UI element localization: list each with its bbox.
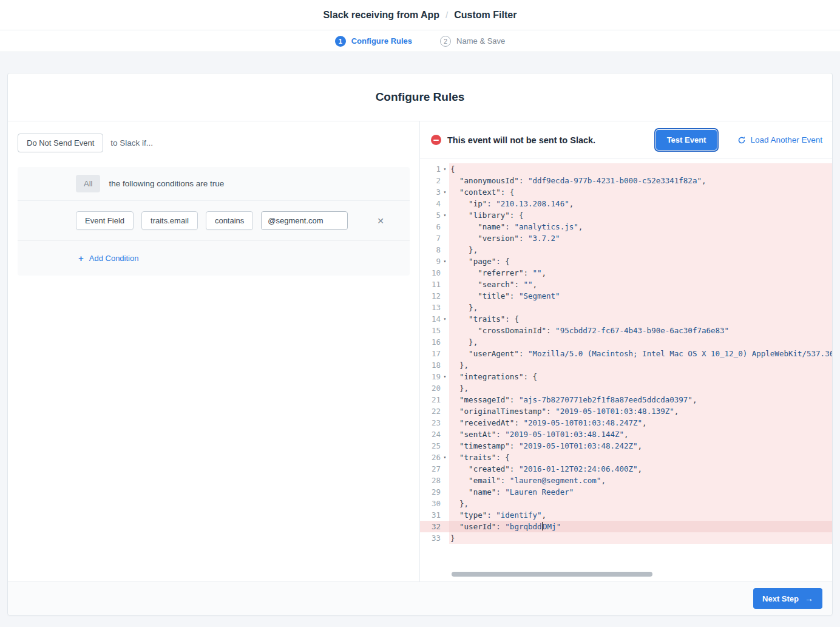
field-type-button[interactable]: Event Field (76, 211, 134, 230)
code-content: "created": "2016-01-12T02:24:06.400Z", (449, 463, 832, 475)
blocked-status-icon (431, 135, 441, 145)
add-condition-button[interactable]: + Add Condition (78, 253, 138, 263)
line-number: 2 (422, 175, 441, 186)
step-2-circle: 2 (440, 36, 451, 47)
line-number: 16 (422, 336, 441, 348)
code-line[interactable]: 5▾ "library": { (420, 209, 832, 221)
top-header: Slack receiving from App / Custom Filter (0, 0, 840, 30)
code-line[interactable]: 9▾ "page": { (420, 256, 832, 267)
code-line[interactable]: 32 "userId": "bgrqbddDMj" (420, 521, 832, 532)
line-number: 5 (422, 209, 441, 221)
test-event-button[interactable]: Test Event (656, 130, 717, 150)
code-line[interactable]: 15 "crossDomainId": "95cbdd72-fc67-4b43-… (420, 325, 832, 336)
step-name-save[interactable]: 2 Name & Save (440, 36, 505, 47)
step-configure-rules[interactable]: 1 Configure Rules (335, 36, 412, 47)
fold-toggle-icon[interactable]: ▾ (441, 452, 449, 463)
line-gutter: 31 (420, 509, 449, 521)
code-line[interactable]: 18 }, (420, 359, 832, 371)
code-line[interactable]: 33} (420, 532, 832, 544)
action-suffix-label: to Slack if... (110, 138, 153, 147)
preview-header: This event will not be sent to Slack. Te… (420, 121, 832, 159)
line-number: 8 (422, 244, 441, 256)
code-line[interactable]: 16 }, (420, 336, 832, 348)
code-line[interactable]: 25 "timestamp": "2019-05-10T01:03:48.242… (420, 440, 832, 452)
step-1-label: Configure Rules (351, 36, 412, 46)
code-line[interactable]: 6 "name": "analytics.js", (420, 221, 832, 232)
code-content: "traits": { (449, 452, 832, 463)
code-line[interactable]: 24 "sentAt": "2019-05-10T01:03:48.144Z", (420, 429, 832, 440)
operator-button[interactable]: contains (206, 211, 253, 230)
fold-spacer (441, 486, 449, 498)
code-content: }, (449, 498, 832, 509)
code-line[interactable]: 23 "receivedAt": "2019-05-10T01:03:48.24… (420, 417, 832, 429)
line-gutter: 9▾ (420, 256, 449, 267)
code-content: "referrer": "", (449, 267, 832, 279)
condition-value-input[interactable] (261, 211, 348, 230)
code-content: }, (449, 302, 832, 313)
fold-toggle-icon[interactable]: ▾ (441, 186, 449, 198)
field-path-button[interactable]: traits.email (141, 211, 198, 230)
fold-toggle-icon[interactable]: ▾ (441, 163, 449, 175)
code-line[interactable]: 26▾ "traits": { (420, 452, 832, 463)
code-line[interactable]: 27 "created": "2016-01-12T02:24:06.400Z"… (420, 463, 832, 475)
code-line[interactable]: 21 "messageId": "ajs-7b8270771eb2f1f8a87… (420, 394, 832, 405)
fold-toggle-icon[interactable]: ▾ (441, 209, 449, 221)
next-step-button[interactable]: Next Step → (753, 588, 822, 609)
code-line[interactable]: 22 "originalTimestamp": "2019-05-10T01:0… (420, 405, 832, 417)
fold-spacer (441, 232, 449, 244)
add-condition-label: Add Condition (89, 254, 139, 263)
code-line[interactable]: 4 "ip": "210.13.208.146", (420, 198, 832, 209)
code-line[interactable]: 28 "email": "lauren@segment.com", (420, 475, 832, 486)
code-line[interactable]: 2 "anonymousId": "ddf9ecda-977b-4231-b00… (420, 175, 832, 186)
fold-toggle-icon[interactable]: ▾ (441, 256, 449, 267)
line-gutter: 11 (420, 279, 449, 290)
code-line[interactable]: 7 "version": "3.7.2" (420, 232, 832, 244)
fold-spacer (441, 336, 449, 348)
code-line[interactable]: 3▾ "context": { (420, 186, 832, 198)
line-gutter: 16 (420, 336, 449, 348)
breadcrumb-primary[interactable]: Slack receiving from App (323, 10, 439, 21)
code-line[interactable]: 12 "title": "Segment" (420, 290, 832, 302)
code-content: "title": "Segment" (449, 290, 832, 302)
line-number: 7 (422, 232, 441, 244)
line-gutter: 27 (420, 463, 449, 475)
line-number: 22 (422, 405, 441, 417)
code-line[interactable]: 10 "referrer": "", (420, 267, 832, 279)
card-footer: Next Step → (8, 581, 832, 615)
arrow-right-icon: → (805, 594, 813, 603)
line-number: 9 (422, 256, 441, 267)
remove-condition-icon[interactable]: ✕ (372, 214, 389, 228)
fold-spacer (441, 417, 449, 429)
line-gutter: 1▾ (420, 163, 449, 175)
code-line[interactable]: 17 "userAgent": "Mozilla/5.0 (Macintosh;… (420, 348, 832, 359)
action-selector-button[interactable]: Do Not Send Event (18, 134, 103, 152)
fold-toggle-icon[interactable]: ▾ (441, 313, 449, 325)
code-content: "timestamp": "2019-05-10T01:03:48.242Z", (449, 440, 832, 452)
horizontal-scrollbar[interactable] (452, 572, 652, 577)
code-content: }, (449, 382, 832, 394)
line-number: 3 (422, 186, 441, 198)
code-line[interactable]: 20 }, (420, 382, 832, 394)
json-editor[interactable]: 1▾{2 "anonymousId": "ddf9ecda-977b-4231-… (420, 159, 832, 581)
code-line[interactable]: 14▾ "traits": { (420, 313, 832, 325)
code-line[interactable]: 19▾ "integrations": { (420, 371, 832, 382)
line-gutter: 21 (420, 394, 449, 405)
code-content: "userId": "bgrqbddDMj" (449, 521, 832, 532)
load-another-event-link[interactable]: Load Another Event (737, 135, 822, 144)
line-number: 24 (422, 429, 441, 440)
fold-toggle-icon[interactable]: ▾ (441, 371, 449, 382)
code-line[interactable]: 30 }, (420, 498, 832, 509)
code-content: "originalTimestamp": "2019-05-10T01:03:4… (449, 405, 832, 417)
code-line[interactable]: 8 }, (420, 244, 832, 256)
code-line[interactable]: 11 "search": "", (420, 279, 832, 290)
code-line[interactable]: 13 }, (420, 302, 832, 313)
fold-spacer (441, 475, 449, 486)
condition-group: All the following conditions are true Ev… (18, 167, 410, 276)
code-line[interactable]: 29 "name": "Lauren Reeder" (420, 486, 832, 498)
code-line[interactable]: 31 "type": "identify", (420, 509, 832, 521)
group-operator-badge[interactable]: All (76, 175, 100, 192)
line-number: 13 (422, 302, 441, 313)
code-line[interactable]: 1▾{ (420, 163, 832, 175)
steps-bar: 1 Configure Rules 2 Name & Save (0, 30, 840, 52)
fold-spacer (441, 429, 449, 440)
